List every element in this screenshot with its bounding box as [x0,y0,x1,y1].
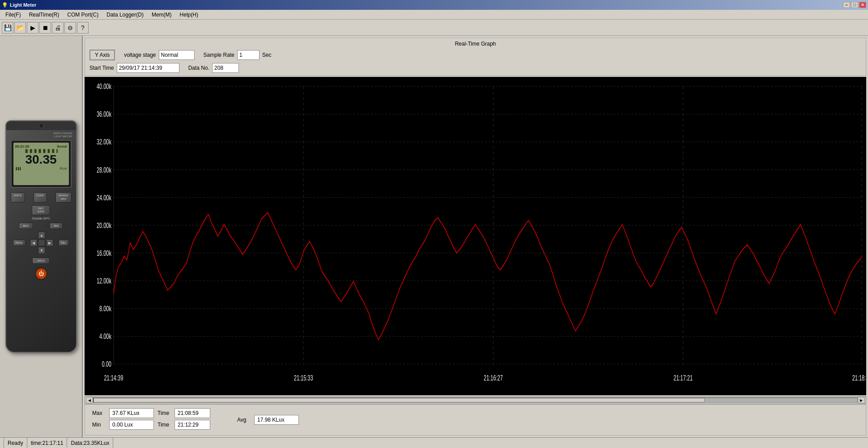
units-button[interactable]: UNITS [11,192,25,202]
maximize-button[interactable]: □ [851,2,858,8]
graph-controls: Y Axis voltage stage Sample Rate Sec [89,50,861,60]
status-time: time:21:17:11 [27,438,68,448]
nav-up[interactable]: ▲ [38,232,45,239]
max-time-label: Time [157,410,171,416]
sample-rate-input[interactable] [237,50,260,60]
y-axis-button[interactable]: Y Axis [89,50,115,60]
range-apo-button[interactable]: RANGEAPO [55,192,71,202]
device-label: DATA LOGGERLIGHT METER [10,132,72,138]
disable-apo-label: Disable APO [11,217,72,220]
start-time-input[interactable] [117,63,179,73]
y-label-4k: 4.00k [99,332,112,341]
y-label-28k: 28.00k [97,165,112,174]
rel-button[interactable]: REL [59,240,69,246]
menu-bar: File(F) RealTime(R) COM Port(C) Data Log… [0,10,868,20]
voltage-input[interactable] [159,50,195,60]
scroll-right-arrow[interactable]: ▶ [858,397,865,403]
max-button[interactable]: MAX [19,223,33,229]
device-time: 20:21:02 [15,144,30,148]
main-area: DATA LOGGERLIGHT METER 20:21:02 Scout ▐▌… [0,36,868,437]
app-icon: 💡 [2,2,8,8]
x-label-1: 21:14:39 [104,373,123,382]
toolbar: 💾 📂 ▶ ⏹ 🖨 ⊖ ? [0,20,868,36]
sample-rate-group: Sample Rate Sec [204,50,272,60]
peak-button[interactable]: PEAK [13,240,26,246]
nav-cross: ▲ ◀ ▶ ▼ [30,232,54,254]
status-data: Data:23.35KLux [67,438,113,448]
avg-value: 17.98 KLux [254,415,299,425]
min-value: 0.00 Lux [109,420,154,430]
max-label: Max [92,410,106,416]
device-panel: DATA LOGGERLIGHT METER 20:21:02 Scout ▐▌… [0,36,83,437]
play-button[interactable]: ▶ [27,22,38,34]
chart-area: 40.00k 36.00k 32.00k 28.00k [85,77,866,395]
menu-datalogger[interactable]: Data Logger(D) [103,11,147,19]
data-no-label: Data No. [188,65,209,71]
device-bars: ▐▌▐▌▐▌▐▌▐▌▐▌▐▌▐ [15,149,67,152]
menu-comport[interactable]: COM Port(C) [64,11,102,19]
nav-down[interactable]: ▼ [38,247,45,254]
data-no-group: Data No. [188,63,239,73]
scrollbar-thumb[interactable] [94,398,705,402]
device-value: 30.35 [15,153,67,166]
min-label: Min [92,422,106,428]
device-illustration: DATA LOGGERLIGHT METER 20:21:02 Scout ▐▌… [5,120,77,353]
title-bar-controls: − □ ✕ [843,2,866,8]
min-button[interactable]: MIN [50,223,63,229]
min-time-label: Time [157,422,171,428]
graph-container: Real-Time Graph Y Axis voltage stage Sam… [83,36,868,437]
graph-header: Real-Time Graph Y Axis voltage stage Sam… [85,38,866,76]
rec-save-button[interactable]: RECSAVE [32,205,51,215]
max-row: Max 37.67 KLux Time 21:08:59 [92,408,210,418]
min-row: Min 0.00 Lux Time 21:12:29 [92,420,210,430]
y-label-24k: 24.00k [97,193,112,202]
y-label-8k: 8.00k [99,304,112,313]
voltage-group: voltage stage [124,50,194,60]
y-label-16k: 16.00k [97,249,112,258]
svg-rect-0 [85,77,866,395]
x-label-4: 21:17:21 [673,373,693,382]
x-label-5: 21:18:15 [852,373,866,382]
print-button[interactable]: 🖨 [52,22,64,34]
menu-realtime[interactable]: RealTime(R) [26,11,63,19]
menu-mem[interactable]: Mem(M) [148,11,175,19]
x-label-2: 21:15:33 [294,373,313,382]
voltage-label: voltage stage [124,52,156,58]
y-label-12k: 12.00k [97,277,112,285]
minimize-button[interactable]: − [843,2,850,8]
device-unit: KLux [60,167,67,170]
nav-left[interactable]: ◀ [30,239,37,246]
data-no-input[interactable] [212,63,239,73]
scrollbar-track[interactable] [93,397,858,403]
scroll-left-arrow[interactable]: ◀ [86,397,93,403]
max-time-value: 21:08:59 [174,408,210,418]
chart-scrollbar[interactable]: ◀ ▶ [85,396,866,404]
status-ready: Ready [4,438,27,448]
y-label-0: 0.00 [102,360,111,368]
close-button[interactable]: ✕ [859,2,866,8]
y-label-40k: 40.00k [97,82,112,91]
sample-rate-unit: Sec [262,52,272,58]
y-label-20k: 20.00k [97,221,112,229]
stats-panel: Max 37.67 KLux Time 21:08:59 Min 0.00 Lu… [85,404,866,435]
nav-right[interactable]: ▶ [46,239,53,246]
stop-button[interactable]: ⏹ [39,22,51,34]
hold-button[interactable]: HOLD [32,258,50,264]
nav-center [38,239,45,246]
power-button[interactable]: ⏻ [35,267,47,280]
stats-block: Max 37.67 KLux Time 21:08:59 Min 0.00 Lu… [92,408,210,431]
load-button[interactable]: LOAD [34,192,47,202]
graph-title: Real-Time Graph [89,41,861,47]
menu-help[interactable]: Help(H) [176,11,202,19]
open-button[interactable]: 📂 [14,22,26,34]
help-button[interactable]: ? [77,22,89,34]
menu-file[interactable]: File(F) [2,11,25,19]
sample-rate-label: Sample Rate [204,52,234,58]
zoom-out-button[interactable]: ⊖ [64,22,76,34]
min-time-value: 21:12:29 [174,420,210,430]
graph-controls-2: Start Time Data No. [89,63,861,73]
y-label-32k: 32.00k [97,138,112,146]
avg-group: Avg 17.98 KLux [237,415,299,425]
save-button[interactable]: 💾 [2,22,13,34]
avg-label: Avg [237,417,251,423]
